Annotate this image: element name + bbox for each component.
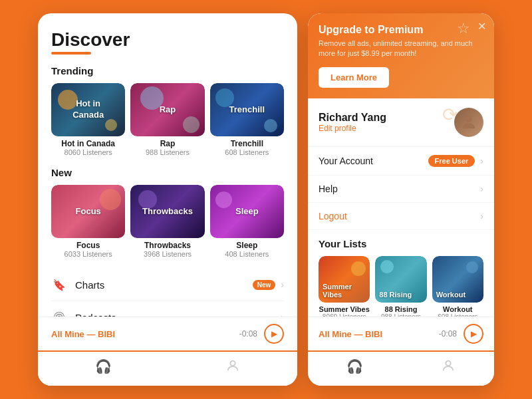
- card-name-1: Rap: [130, 139, 204, 148]
- trending-card-img-0: Hot inCanada: [51, 83, 125, 136]
- new-card-0[interactable]: Focus Focus 6033 Listeners: [51, 185, 125, 263]
- lists-grid: SummerVibes Summer Vibes 8060 Listeners …: [319, 256, 483, 317]
- your-lists-section: Your Lists SummerVibes Summer Vibes 8060…: [308, 230, 494, 317]
- card-label-2: Trenchill: [227, 102, 267, 118]
- account-label: Your Account: [319, 156, 428, 166]
- nav-item-podcasts[interactable]: Podcasts ›: [51, 301, 284, 317]
- right-panel: ✕ ☆ Upgrade to Premium Remove all ads, u…: [308, 13, 494, 386]
- trending-card-img-2: Trenchill: [210, 83, 284, 136]
- logout-row[interactable]: Logout ›: [308, 203, 494, 230]
- new-card-1[interactable]: Throwbacks Throwbacks 3968 Listeners: [130, 185, 204, 263]
- new-card-label-0: Focus: [73, 203, 104, 220]
- right-content: Richard Yang Edit profile ⟳ Your Account…: [308, 98, 494, 317]
- card-meta-2: Trenchill 608 Listeners: [210, 139, 284, 156]
- profile-avatar: [454, 108, 483, 137]
- right-bottom-bar: All Mine — BIBI -0:08 ▶ 🎧: [308, 317, 494, 386]
- profile-decoration-icon: ⟳: [442, 104, 458, 126]
- list-card-1[interactable]: 88 Rising 88 Rising 988 Listeners: [375, 256, 426, 317]
- nav-item-charts[interactable]: 🔖 Charts New ›: [51, 269, 284, 301]
- new-grid: Focus Focus 6033 Listeners Throwbacks: [51, 185, 284, 263]
- tab-headphones-icon[interactable]: 🎧: [95, 358, 112, 376]
- right-track-artist: BIBI: [365, 329, 382, 339]
- podcast-icon: [51, 309, 67, 317]
- left-track-title: All Mine —: [51, 329, 98, 339]
- trending-card-img-1: Rap: [130, 83, 204, 136]
- profile-info: Richard Yang Edit profile: [319, 112, 454, 133]
- left-bottom-bar: All Mine — BIBI -0:08 ▶ 🎧: [38, 317, 297, 386]
- podcasts-chevron-icon: ›: [281, 312, 284, 317]
- trending-card-1[interactable]: Rap Rap 988 Listeners: [130, 83, 204, 162]
- list-card-img-0: SummerVibes: [319, 256, 370, 303]
- app-container: Discover Trending Hot inCanada Hot in Ca…: [25, 0, 507, 399]
- learn-more-button[interactable]: Learn More: [319, 67, 389, 88]
- list-card-2[interactable]: Workout Workout 608 Listeners: [432, 256, 483, 317]
- card-name-0: Hot in Canada: [51, 139, 125, 148]
- trending-card-2[interactable]: Trenchill Trenchill 608 Listeners: [210, 83, 284, 162]
- premium-close-button[interactable]: ✕: [477, 20, 486, 33]
- left-now-playing-title: All Mine — BIBI: [51, 329, 239, 339]
- trending-card-0[interactable]: Hot inCanada Hot in Canada 8060 Listener…: [51, 83, 125, 162]
- right-tab-headphones-icon[interactable]: 🎧: [346, 358, 363, 376]
- left-tab-bar: 🎧: [38, 352, 297, 386]
- nav-podcasts-label: Podcasts: [75, 312, 281, 317]
- svg-point-6: [466, 116, 471, 122]
- discover-title: Discover: [51, 29, 130, 55]
- tab-profile-icon[interactable]: [225, 358, 240, 376]
- help-label: Help: [319, 184, 480, 194]
- left-panel: Discover Trending Hot inCanada Hot in Ca…: [38, 13, 297, 386]
- left-scroll-area: Discover Trending Hot inCanada Hot in Ca…: [38, 13, 297, 317]
- card-listeners-2: 608 Listeners: [210, 148, 284, 156]
- svg-point-7: [446, 361, 450, 366]
- account-row[interactable]: Your Account Free User ›: [308, 147, 494, 176]
- edit-profile-link[interactable]: Edit profile: [319, 124, 454, 133]
- card-meta-0: Hot in Canada 8060 Listeners: [51, 139, 125, 156]
- right-play-button[interactable]: ▶: [464, 324, 483, 344]
- left-now-playing: All Mine — BIBI -0:08 ▶: [38, 317, 297, 352]
- new-card-name-0: Focus: [51, 241, 125, 250]
- new-card-label-1: Throwbacks: [140, 203, 196, 220]
- premium-star-icon: ☆: [457, 20, 470, 37]
- charts-new-badge: New: [253, 280, 276, 290]
- account-chevron-icon: ›: [480, 156, 483, 166]
- free-user-badge: Free User: [428, 155, 475, 167]
- new-card-label-2: Sleep: [233, 203, 261, 220]
- help-row[interactable]: Help ›: [308, 176, 494, 203]
- card-overlay-2: Trenchill: [210, 83, 284, 136]
- list-card-label-2: Workout: [436, 291, 466, 299]
- premium-banner: ✕ ☆ Upgrade to Premium Remove all ads, u…: [308, 13, 494, 98]
- card-name-2: Trenchill: [210, 139, 284, 148]
- left-now-playing-time: -0:08: [239, 329, 257, 338]
- logout-chevron-icon: ›: [480, 211, 483, 221]
- right-track-title: All Mine —: [319, 329, 365, 339]
- trending-label: Trending: [51, 65, 284, 76]
- right-now-playing-title: All Mine — BIBI: [319, 329, 439, 339]
- new-card-img-2: Sleep: [210, 185, 284, 238]
- nav-charts-label: Charts: [75, 279, 253, 291]
- list-card-label-0: SummerVibes: [323, 283, 352, 299]
- help-chevron-icon: ›: [480, 184, 483, 194]
- new-card-name-2: Sleep: [210, 241, 284, 250]
- new-card-name-1: Throwbacks: [130, 241, 204, 250]
- list-card-0[interactable]: SummerVibes Summer Vibes 8060 Listeners: [319, 256, 370, 317]
- new-card-listeners-0: 6033 Listeners: [51, 250, 125, 258]
- list-card-name-1: 88 Rising: [375, 305, 426, 313]
- left-track-artist: BIBI: [98, 329, 115, 339]
- new-card-2[interactable]: Sleep Sleep 408 Listeners: [210, 185, 284, 263]
- right-tab-bar: 🎧: [308, 352, 494, 386]
- card-label-0: Hot inCanada: [70, 96, 106, 124]
- your-lists-title: Your Lists: [319, 238, 483, 249]
- nav-list: 🔖 Charts New › Podcasts: [51, 269, 284, 317]
- new-label: New: [51, 167, 284, 178]
- card-listeners-1: 988 Listeners: [130, 148, 204, 156]
- card-overlay-0: Hot inCanada: [51, 83, 125, 136]
- trending-grid: Hot inCanada Hot in Canada 8060 Listener…: [51, 83, 284, 162]
- premium-description: Remove all ads, unlimited streaming, and…: [319, 39, 483, 59]
- profile-name: Richard Yang: [319, 112, 454, 124]
- new-card-listeners-1: 3968 Listeners: [130, 250, 204, 258]
- left-play-button[interactable]: ▶: [264, 324, 284, 344]
- right-tab-profile-icon[interactable]: [441, 358, 456, 376]
- list-card-img-1: 88 Rising: [375, 256, 426, 303]
- right-now-playing: All Mine — BIBI -0:08 ▶: [308, 317, 494, 352]
- right-now-playing-time: -0:08: [439, 329, 457, 338]
- profile-section: Richard Yang Edit profile ⟳: [308, 98, 494, 147]
